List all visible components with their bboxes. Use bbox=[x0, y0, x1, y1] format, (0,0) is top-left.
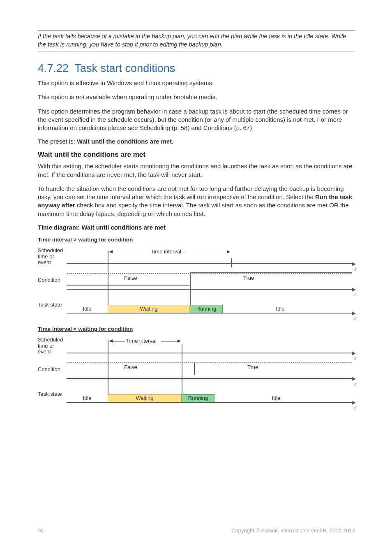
axis-scheduled: Time interval t bbox=[67, 246, 354, 267]
diagram-1: Scheduled time or event Time interval t … bbox=[38, 246, 354, 317]
preset-value: Wait until the conditions are met. bbox=[77, 138, 173, 145]
seg-idle-1b: Idle bbox=[67, 394, 108, 402]
interval-line-l bbox=[113, 252, 150, 252]
interval-arrow-right bbox=[227, 250, 230, 253]
axis-condition: False True t bbox=[67, 267, 354, 293]
label-taskstate-2: Task state bbox=[38, 391, 67, 397]
axis-taskstate: Idle Waiting Running Idle t bbox=[67, 293, 354, 317]
page-footer: 96 Copyright © Acronis International Gmb… bbox=[38, 527, 355, 534]
seg-running-2: Running bbox=[182, 394, 214, 402]
seg-idle-2b: Idle bbox=[214, 394, 338, 402]
false-label-2: False bbox=[124, 364, 137, 370]
subheading-wait: Wait until the conditions are met bbox=[38, 151, 355, 159]
axis-line bbox=[67, 263, 352, 264]
axis-line-cond2 bbox=[67, 289, 352, 290]
axis-line-cond-2 bbox=[67, 378, 352, 379]
tick-end bbox=[231, 258, 232, 267]
heading-title: Task start conditions bbox=[75, 62, 175, 74]
cond-high-line bbox=[190, 272, 352, 273]
dashed-top bbox=[67, 273, 352, 274]
cond-step-2 bbox=[194, 362, 195, 375]
t-label-ts-2: t bbox=[354, 404, 356, 411]
interval-label: Time interval bbox=[151, 248, 181, 255]
false-label: False bbox=[124, 275, 137, 281]
diagram1-row-taskstate: Task state Idle Waiting Running Idle t bbox=[38, 293, 354, 317]
page-number: 96 bbox=[38, 527, 44, 534]
diagram-title: Time diagram: Wait until conditions are … bbox=[38, 224, 355, 231]
p5-a: To handle the situation when the conditi… bbox=[38, 185, 344, 200]
diagram2-row-taskstate: Task state Idle Waiting Running Idle t bbox=[38, 382, 354, 406]
copyright-text: Copyright © Acronis International GmbH, … bbox=[231, 527, 355, 534]
paragraph-2: This option is not available when operat… bbox=[38, 93, 355, 101]
true-label: True bbox=[243, 275, 254, 281]
preset-line: The preset is: Wait until the conditions… bbox=[38, 138, 355, 145]
t-label-cond-2: t bbox=[354, 381, 356, 387]
vline-start-ts-2 bbox=[108, 374, 108, 395]
interval-arrow-right-2 bbox=[178, 339, 181, 343]
diagram1-subtitle: Time interval > waiting for condition bbox=[38, 237, 355, 243]
interval-arrow-left-2 bbox=[109, 339, 113, 343]
preset-label: The preset is: bbox=[38, 138, 77, 145]
t-label-2: t bbox=[354, 355, 356, 362]
label-condition-2: Condition bbox=[38, 367, 67, 372]
seg-waiting-2: Waiting bbox=[108, 394, 182, 402]
interval-arrow-left bbox=[109, 250, 113, 253]
note-italic: If the task fails because of a mistake i… bbox=[38, 33, 355, 51]
axis-condition-2: False True t bbox=[67, 357, 354, 382]
interval-label-2: Time interval bbox=[126, 338, 157, 344]
t-label-cond: t bbox=[354, 291, 356, 298]
axis-line-ts-2 bbox=[67, 402, 352, 403]
t-label: t bbox=[354, 266, 356, 272]
label-taskstate: Task state bbox=[38, 302, 67, 308]
seg-running: Running bbox=[190, 305, 223, 313]
vline-start-ts bbox=[108, 285, 108, 305]
seg-idle-2: Idle bbox=[223, 305, 338, 313]
p5-b: check box and specify the time interval.… bbox=[38, 202, 349, 217]
diagram2-row-condition: Condition False True t bbox=[38, 357, 354, 382]
seg-waiting: Waiting bbox=[108, 305, 190, 313]
heading-number: 4.7.22 bbox=[38, 62, 69, 74]
paragraph-4: With this setting, the scheduler starts … bbox=[38, 162, 355, 179]
diagram2-subtitle: Time interval < waiting for condition bbox=[38, 326, 355, 332]
interval-line-r2 bbox=[161, 341, 178, 341]
cond-low-line bbox=[67, 285, 190, 286]
t-label-ts: t bbox=[354, 315, 356, 322]
diagram-2: Scheduled time or event Time interval t … bbox=[38, 335, 354, 406]
axis-line-ts bbox=[67, 313, 352, 313]
diagram1-row-condition: Condition False True t bbox=[38, 267, 354, 293]
axis-taskstate-2: Idle Waiting Running Idle t bbox=[67, 382, 354, 406]
label-scheduled-2: Scheduled time or event bbox=[38, 337, 67, 355]
page-content: If the task fails because of a mistake i… bbox=[0, 0, 392, 406]
dashed-top-2 bbox=[67, 362, 352, 363]
paragraph-3: This option determines the program behav… bbox=[38, 107, 355, 132]
paragraph-5: To handle the situation when the conditi… bbox=[38, 185, 355, 218]
top-rule bbox=[38, 30, 355, 31]
section-heading: 4.7.22 Task start conditions bbox=[38, 62, 355, 75]
label-condition: Condition bbox=[38, 277, 67, 283]
axis-line-2 bbox=[67, 353, 352, 353]
true-label-2: True bbox=[247, 364, 258, 370]
axis-scheduled-2: Time interval t bbox=[67, 335, 354, 357]
cond-step bbox=[190, 273, 191, 286]
label-scheduled: Scheduled time or event bbox=[38, 248, 67, 265]
paragraph-1: This option is effective in Windows and … bbox=[38, 79, 355, 87]
diagram1-row-scheduled: Scheduled time or event Time interval t bbox=[38, 246, 354, 267]
interval-line-l2 bbox=[113, 341, 125, 341]
interval-line-r bbox=[186, 252, 227, 252]
vline-run-ts bbox=[190, 285, 191, 305]
diagram2-row-scheduled: Scheduled time or event Time interval t bbox=[38, 335, 354, 357]
vline-run-ts-2 bbox=[182, 374, 182, 395]
seg-idle-1: Idle bbox=[67, 305, 108, 313]
